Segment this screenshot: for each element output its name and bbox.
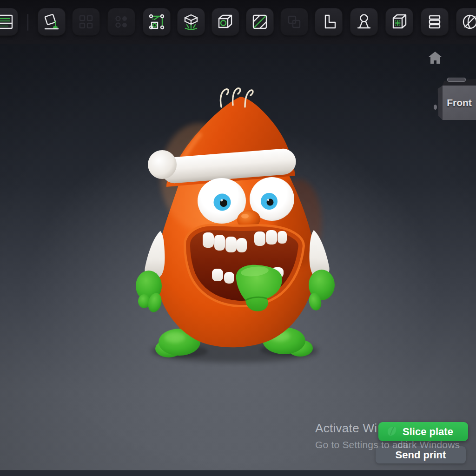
toolbar-button-vent[interactable]: [456, 8, 476, 35]
toolbar-button-support-pin[interactable]: [350, 8, 377, 35]
home-icon[interactable]: [427, 50, 443, 66]
activate-windows-watermark-line1: Activate Wi: [315, 421, 377, 436]
top-toolbar: [0, 0, 476, 44]
toolbar-button-infill[interactable]: [246, 8, 273, 35]
toolbar-separator: [27, 14, 28, 31]
toolbar-button-duplicate[interactable]: [108, 8, 135, 35]
view-cube[interactable]: Front: [435, 77, 476, 122]
layer-list-icon: [0, 13, 13, 31]
hollow-cube-icon: [216, 13, 235, 31]
infill-cube-icon: [390, 13, 409, 31]
toolbar-button-arrange-grid[interactable]: [73, 8, 99, 35]
view-cube-front-face[interactable]: Front: [443, 86, 476, 120]
toolbar-button-supports[interactable]: [178, 8, 205, 35]
pour-lay-flat-icon: [42, 13, 61, 31]
view-cube-top-handle[interactable]: [447, 78, 466, 82]
toolbar-button-infill-cube[interactable]: [386, 8, 413, 35]
toolbar-button-transform[interactable]: [143, 8, 170, 35]
santa-hat: [148, 88, 297, 187]
box-supports-icon: [182, 13, 200, 31]
view-cube-front-label: Front: [447, 97, 472, 108]
viewport-3d[interactable]: Front Activate Wi Go to Settings to acti…: [0, 0, 476, 476]
transform-frame-icon: [147, 13, 166, 31]
support-pin-icon: [355, 13, 373, 31]
toolbar-button-merge[interactable]: [281, 8, 308, 35]
monster-model[interactable]: [130, 79, 344, 367]
radial-fan-icon: [461, 13, 476, 31]
slicer-logo-icon: [385, 425, 398, 438]
layer-stack-icon: [425, 13, 444, 31]
diagonal-infill-icon: [251, 13, 269, 31]
grid-squares-icon: [77, 13, 95, 31]
slice-plate-button[interactable]: Slice plate: [378, 422, 468, 441]
toolbar-button-layers[interactable]: [421, 8, 448, 35]
slicer-app-window: Front Activate Wi Go to Settings to acti…: [0, 0, 476, 476]
floor-edge: [0, 470, 476, 476]
letter-l-icon: [319, 13, 338, 31]
toolbar-button-layer-list[interactable]: [0, 8, 18, 35]
merge-shapes-icon: [285, 13, 304, 31]
toolbar-button-hollow[interactable]: [212, 8, 239, 35]
circle-grid-icon: [112, 13, 131, 31]
toolbar-button-orientation[interactable]: [315, 8, 342, 35]
toolbar-button-lay-flat[interactable]: [38, 8, 65, 35]
view-cube-left-handle[interactable]: [434, 105, 437, 110]
